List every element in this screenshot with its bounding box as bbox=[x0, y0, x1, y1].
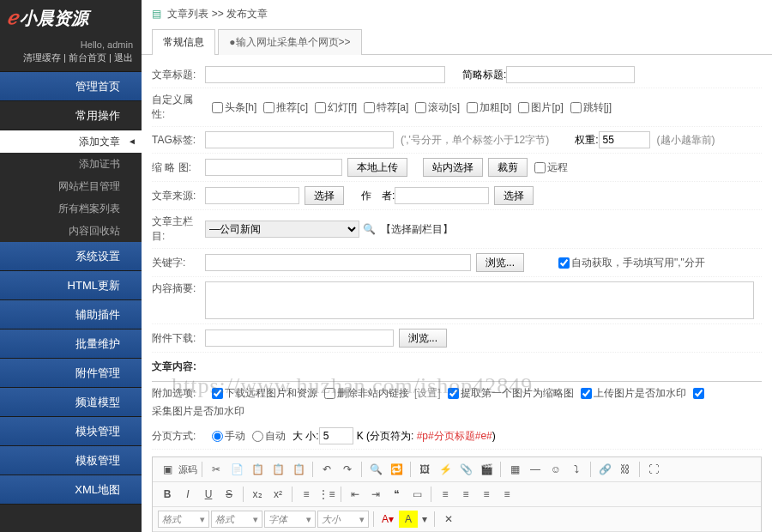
author-input[interactable] bbox=[395, 187, 489, 204]
unlink-icon[interactable]: ⛓ bbox=[616, 461, 635, 478]
image-icon[interactable]: 🖼 bbox=[415, 461, 434, 478]
hr-icon[interactable]: — bbox=[526, 461, 545, 478]
format-select[interactable]: 格式 bbox=[158, 511, 209, 528]
summary-input[interactable] bbox=[205, 281, 754, 319]
btn-select-source[interactable]: 选择 bbox=[305, 186, 344, 205]
chk-remote[interactable] bbox=[534, 162, 546, 173]
replace-icon[interactable]: 🔁 bbox=[387, 461, 406, 478]
paste-word-icon[interactable]: 📋 bbox=[289, 461, 308, 478]
italic-icon[interactable]: I bbox=[178, 486, 197, 503]
src-icon[interactable]: ▣ bbox=[158, 461, 177, 478]
tab-url-collect[interactable]: ●输入网址采集单个网页>> bbox=[218, 29, 361, 55]
attach-icon[interactable]: 📎 bbox=[456, 461, 475, 478]
btn-site-select[interactable]: 站内选择 bbox=[423, 158, 483, 177]
chk-dl-remote[interactable] bbox=[212, 388, 223, 399]
tab-general[interactable]: 常规信息 bbox=[152, 29, 215, 55]
keywords-input[interactable] bbox=[205, 254, 471, 271]
maincol-select[interactable]: —公司新闻 bbox=[205, 221, 359, 238]
chk-recommend[interactable] bbox=[263, 102, 274, 113]
removeformat-icon[interactable]: ✕ bbox=[439, 511, 458, 528]
smiley-icon[interactable]: ☺ bbox=[546, 461, 565, 478]
chk-bold[interactable] bbox=[467, 102, 478, 113]
ol-icon[interactable]: ≡ bbox=[297, 486, 316, 503]
sub-column-mgmt[interactable]: 网站栏目管理 bbox=[0, 175, 142, 197]
nav-xml[interactable]: XML地图 bbox=[0, 475, 142, 505]
btn-local-upload[interactable]: 本地上传 bbox=[347, 158, 407, 177]
btn-crop[interactable]: 裁剪 bbox=[488, 158, 528, 177]
nav-attach[interactable]: 附件管理 bbox=[0, 359, 142, 388]
align-right-icon[interactable]: ≡ bbox=[477, 486, 496, 503]
logout-link[interactable]: 退出 bbox=[114, 52, 133, 63]
bgcolor-icon[interactable]: A bbox=[399, 511, 418, 528]
frontend-link[interactable]: 前台首页 bbox=[69, 52, 106, 63]
paste-text-icon[interactable]: 📋 bbox=[268, 461, 287, 478]
paragraph-select[interactable]: 格式 bbox=[211, 511, 262, 528]
sub-recycle[interactable]: 内容回收站 bbox=[0, 220, 142, 242]
subcol-link[interactable]: 【选择副栏目】 bbox=[381, 222, 453, 237]
link-del-set[interactable]: [设置] bbox=[414, 386, 441, 401]
sub-icon[interactable]: x₂ bbox=[248, 486, 267, 503]
link-icon[interactable]: 🔗 bbox=[595, 461, 614, 478]
nav-plugin[interactable]: 辅助插件 bbox=[0, 300, 142, 329]
bgcolor-arrow[interactable]: ▾ bbox=[419, 511, 430, 528]
align-center-icon[interactable]: ≡ bbox=[456, 486, 475, 503]
chk-upload-water[interactable] bbox=[581, 388, 592, 399]
radio-auto[interactable] bbox=[252, 431, 263, 442]
thumb-input[interactable] bbox=[205, 159, 342, 176]
copy-icon[interactable]: 📄 bbox=[227, 461, 246, 478]
btn-browse-kw[interactable]: 浏览... bbox=[476, 253, 524, 272]
nav-channel[interactable]: 频道模型 bbox=[0, 388, 142, 417]
weight-input[interactable] bbox=[599, 131, 650, 148]
size-select[interactable]: 大小 bbox=[317, 511, 369, 528]
pagebreak-icon[interactable]: ⤵ bbox=[567, 461, 586, 478]
title-input[interactable] bbox=[205, 66, 445, 83]
pagesize-input[interactable] bbox=[319, 427, 353, 444]
chk-slide[interactable] bbox=[315, 102, 326, 113]
div-icon[interactable]: ▭ bbox=[407, 486, 426, 503]
btn-select-author[interactable]: 选择 bbox=[494, 186, 534, 205]
flash-icon[interactable]: ⚡ bbox=[436, 461, 455, 478]
align-left-icon[interactable]: ≡ bbox=[436, 486, 455, 503]
nav-template[interactable]: 模板管理 bbox=[0, 446, 142, 475]
chk-collect-water[interactable] bbox=[693, 388, 704, 399]
sup-icon[interactable]: x² bbox=[268, 486, 287, 503]
nav-module[interactable]: 模块管理 bbox=[0, 417, 142, 446]
nav-common[interactable]: 常用操作 bbox=[0, 101, 142, 130]
sub-add-cert[interactable]: 添加证书 bbox=[0, 153, 142, 175]
paste-icon[interactable]: 📋 bbox=[248, 461, 267, 478]
short-title-input[interactable] bbox=[506, 66, 635, 83]
underline-icon[interactable]: U bbox=[199, 486, 218, 503]
find-icon[interactable]: 🔍 bbox=[366, 461, 385, 478]
undo-icon[interactable]: ↶ bbox=[317, 461, 336, 478]
maximize-icon[interactable]: ⛶ bbox=[644, 461, 663, 478]
src-label[interactable]: 源码 bbox=[178, 463, 197, 476]
ul-icon[interactable]: ⋮≡ bbox=[317, 486, 336, 503]
chk-auto-kw[interactable] bbox=[558, 257, 570, 269]
nav-batch[interactable]: 批量维护 bbox=[0, 329, 142, 359]
nav-html[interactable]: HTML更新 bbox=[0, 271, 142, 300]
sub-all-docs[interactable]: 所有档案列表 bbox=[0, 197, 142, 220]
btn-browse-dl[interactable]: 浏览... bbox=[399, 329, 447, 348]
nav-home[interactable]: 管理首页 bbox=[0, 72, 142, 101]
indent-icon[interactable]: ⇥ bbox=[366, 486, 385, 503]
chk-pic[interactable] bbox=[518, 102, 529, 113]
magnifier-icon[interactable]: 🔍 bbox=[363, 223, 376, 235]
bold-icon[interactable]: B bbox=[158, 486, 177, 503]
table-icon[interactable]: ▦ bbox=[505, 461, 524, 478]
font-select[interactable]: 字体 bbox=[264, 511, 316, 528]
download-input[interactable] bbox=[205, 329, 394, 347]
chk-jump[interactable] bbox=[570, 102, 582, 113]
chk-del-link[interactable] bbox=[324, 388, 335, 399]
media-icon[interactable]: 🎬 bbox=[477, 461, 496, 478]
clear-cache-link[interactable]: 清理缓存 bbox=[23, 52, 61, 63]
quote-icon[interactable]: ❝ bbox=[387, 486, 406, 503]
source-input[interactable] bbox=[205, 187, 299, 204]
cut-icon[interactable]: ✂ bbox=[207, 461, 226, 478]
chk-special[interactable] bbox=[364, 102, 375, 113]
chk-first-thumb[interactable] bbox=[448, 388, 459, 399]
chk-headline[interactable] bbox=[212, 102, 223, 113]
align-justify-icon[interactable]: ≡ bbox=[498, 486, 516, 503]
strike-icon[interactable]: S bbox=[220, 486, 238, 503]
textcolor-icon[interactable]: A▾ bbox=[378, 511, 397, 528]
redo-icon[interactable]: ↷ bbox=[338, 461, 357, 478]
